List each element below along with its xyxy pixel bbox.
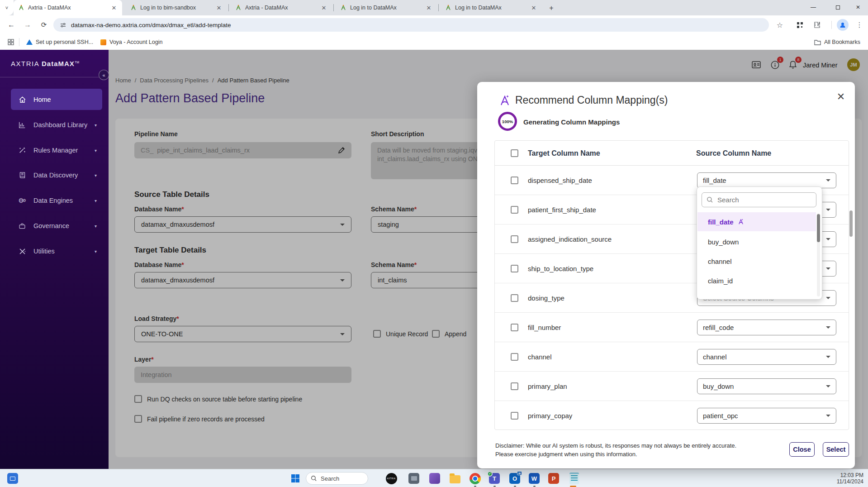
tab-close-icon[interactable]: ✕ [320,5,327,11]
main-content: 1 8 Jared Miner JM Home/ Data Processing… [109,50,868,469]
axtria-favicon [18,5,24,11]
close-button[interactable]: Close [789,442,815,457]
browser-tab-2[interactable]: Log in to bim-sandbox ✕ [126,0,227,15]
sidebar-item-governance[interactable]: Governance ▾ [11,216,102,236]
browser-menu-kebab-icon[interactable]: ⋮ [854,19,865,30]
taskbar-file-explorer-icon[interactable] [449,473,461,484]
sidebar-item-data-engines[interactable]: ⚙⚙ Data Engines ▾ [11,191,102,210]
sidebar-collapse-button[interactable]: « [99,70,109,80]
target-column-name: dosing_type [528,294,564,302]
row-checkbox[interactable] [511,235,518,243]
sidebar-item-data-discovery[interactable]: Data Discovery ▾ [11,165,102,185]
browser-tab-4[interactable]: Log in to DataMAx ✕ [336,0,437,15]
tab-title: Axtria - DataMAx [245,5,317,11]
source-column-dropdown[interactable]: channel [697,349,836,365]
browser-profile-avatar[interactable] [837,19,849,31]
tab-close-icon[interactable]: ✕ [530,5,537,11]
window-minimize-button[interactable]: — [803,0,823,14]
url-text: datamax-na-demo.axtria.com/dmax/dmax_etl… [71,22,231,29]
site-info-icon[interactable] [60,22,66,29]
row-checkbox[interactable] [511,412,518,420]
dropdown-scrollbar-thumb[interactable] [817,214,820,242]
back-icon[interactable]: ← [5,19,17,31]
apps-grid-icon[interactable] [5,37,16,48]
address-bar[interactable]: datamax-na-demo.axtria.com/dmax/dmax_etl… [53,18,769,32]
new-tab-button[interactable]: + [546,3,556,13]
sidebar-item-dashboard-library[interactable]: Dashboard Library ▾ [11,115,102,135]
taskbar-corner-app-icon[interactable] [7,473,19,484]
source-column-value: patient_opc [703,412,738,420]
window-close-button[interactable]: ✕ [848,0,868,14]
source-column-dropdown[interactable]: patient_opc [697,408,836,424]
taskbar-search[interactable]: Search [306,472,368,485]
extension-grid-icon[interactable] [794,19,805,30]
row-checkbox[interactable] [511,382,518,390]
taskbar-clock[interactable]: 12:03 PM 11/14/2024 [837,472,863,485]
taskbar-notepad-icon[interactable] [568,473,580,484]
source-column-value: refill_code [703,324,734,331]
refresh-icon[interactable]: ⟳ [38,19,50,31]
bookmark-star-icon[interactable]: ☆ [774,19,785,30]
tab-close-icon[interactable]: ✕ [110,5,118,11]
row-checkbox[interactable] [511,206,518,214]
extensions-puzzle-icon[interactable] [811,19,822,30]
taskbar-purple-app-icon[interactable] [429,473,441,484]
row-checkbox[interactable] [511,265,518,272]
home-icon [17,95,27,104]
row-checkbox[interactable] [511,294,518,302]
tab-close-icon[interactable]: ✕ [215,5,223,11]
row-checkbox[interactable] [511,353,518,361]
browser-tab-3[interactable]: Axtria - DataMAx ✕ [231,0,332,15]
disclaimer-line-2: Please exercise judgment when using this… [495,451,637,458]
tab-search-icon[interactable]: ˅ [0,0,14,15]
browser-tab-1[interactable]: Axtria - DataMAx ✕ [14,0,122,15]
search-icon [707,196,713,203]
tab-title: Log in to DataMAx [455,5,526,11]
search-input[interactable] [717,196,799,204]
tab-close-icon[interactable]: ✕ [425,5,432,11]
close-icon[interactable]: ✕ [835,91,847,103]
briefcase-icon [17,221,27,230]
browser-tab-5[interactable]: Log in to DataMAx ✕ [441,0,542,15]
bar-chart-icon [17,120,27,129]
dropdown-search-box[interactable] [702,192,816,207]
modal-scrollbar-thumb[interactable] [849,210,853,237]
sidebar-item-rules-manager[interactable]: Rules Manager ▾ [11,140,102,160]
screen: ˅ Axtria - DataMAx ✕ Log in to bim-sandb… [0,0,868,487]
taskbar-window-app-icon[interactable] [408,473,420,484]
source-column-dropdown[interactable]: refill_code [697,320,836,335]
folder-icon [814,39,821,45]
dropdown-option-channel[interactable]: channel [697,252,816,271]
row-checkbox[interactable] [511,324,518,331]
source-column-header: Source Column Name [696,149,771,158]
dropdown-option-fill-date[interactable]: fill_date [697,212,816,231]
select-all-checkbox[interactable] [511,149,518,157]
bookmark-label: Voya - Account Login [109,39,162,45]
all-bookmarks-button[interactable]: All Bookmarks [814,37,860,47]
taskbar-powerpoint-icon[interactable]: P [548,473,560,484]
taskbar-chrome-icon[interactable] [469,473,481,484]
select-button[interactable]: Select [823,442,849,457]
sidebar-item-home[interactable]: Home [11,89,102,110]
dropdown-option-claim-id[interactable]: claim_id [697,271,816,290]
taskbar-outlook-icon[interactable]: O ✉ [509,473,521,484]
bookmark-item[interactable]: Voya - Account Login [100,37,162,47]
source-column-dropdown[interactable]: buy_down [697,378,836,394]
progress-value: 100% [502,119,513,124]
source-column-dropdown[interactable]: fill_date [697,172,836,188]
bookmark-item[interactable]: Set up personal SSH... [26,37,93,47]
mapping-table-header: Target Column Name Source Column Name [495,141,849,166]
dropdown-option-buy-down[interactable]: buy_down [697,232,816,251]
taskbar-word-icon[interactable]: W [528,473,540,484]
forward-icon[interactable]: → [22,19,33,31]
progress-ring: 100% [498,112,517,131]
source-column-value: channel [703,353,727,361]
taskbar-teams-icon[interactable]: T ✓ [489,473,500,484]
window-maximize-button[interactable] [828,0,848,14]
taskbar-axtria-icon[interactable]: AXTRIA [385,473,397,484]
app-area: AXTRIA DataMAXTM Home Dashboard Library … [0,50,868,469]
start-button[interactable] [289,473,301,484]
row-checkbox[interactable] [511,177,518,184]
sidebar-item-utilities[interactable]: Utilities ▾ [11,241,102,261]
chevron-down-icon: ▾ [95,249,97,254]
